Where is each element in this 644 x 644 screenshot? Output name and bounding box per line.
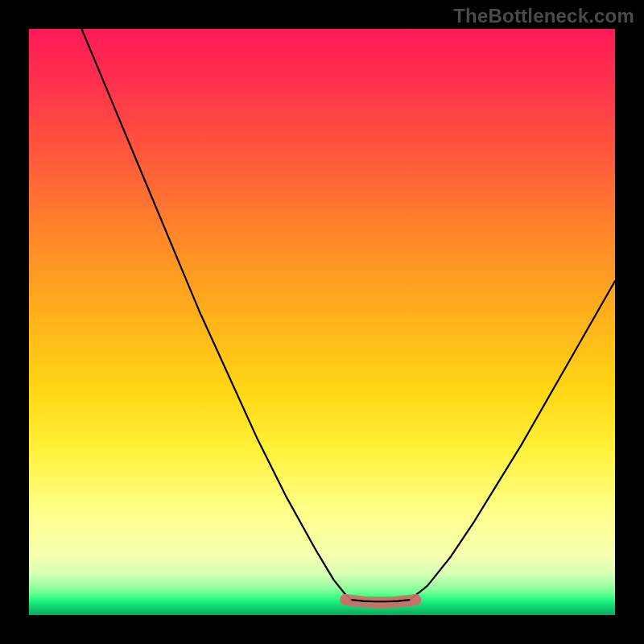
bottom-highlight-group	[345, 600, 415, 603]
bottleneck-curve	[82, 29, 615, 601]
plot-area	[29, 29, 615, 615]
watermark-text: TheBottleneck.com	[453, 5, 634, 27]
curves-svg	[29, 29, 615, 615]
curve-group	[82, 29, 615, 601]
chart-frame: TheBottleneck.com	[0, 0, 644, 644]
